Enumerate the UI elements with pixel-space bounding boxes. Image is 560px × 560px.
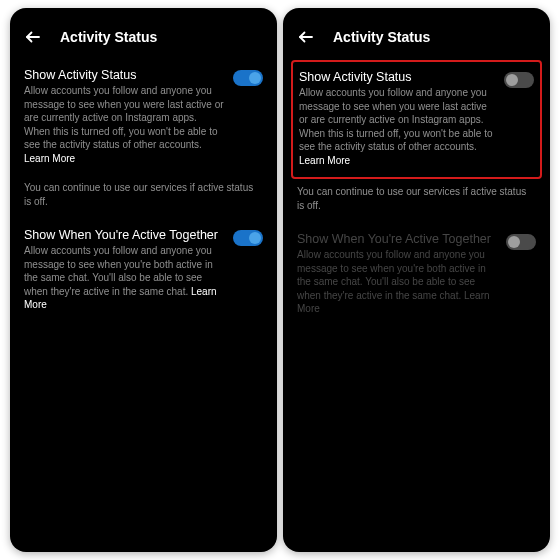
active-together-block: Show When You're Active Together Allow a…: [297, 224, 536, 326]
back-arrow-icon[interactable]: [24, 28, 42, 46]
active-together-row: Show When You're Active Together Allow a…: [297, 232, 536, 316]
show-activity-status-block: Show Activity Status Allow accounts you …: [299, 68, 534, 169]
learn-more-link[interactable]: Learn More: [299, 155, 350, 166]
show-activity-status-row: Show Activity Status Allow accounts you …: [299, 70, 534, 167]
show-activity-status-desc: Allow accounts you follow and anyone you…: [24, 84, 225, 165]
phone-left-inner: Activity Status Show Activity Status All…: [10, 8, 277, 332]
active-together-desc: Allow accounts you follow and anyone you…: [24, 244, 225, 312]
show-activity-status-text: Show Activity Status Allow accounts you …: [299, 70, 496, 167]
active-together-toggle: [506, 234, 536, 250]
info-text: You can continue to use our services if …: [297, 179, 536, 224]
show-activity-status-desc-text: Allow accounts you follow and anyone you…: [299, 87, 493, 152]
show-activity-status-text: Show Activity Status Allow accounts you …: [24, 68, 225, 165]
header: Activity Status: [24, 20, 263, 60]
active-together-toggle[interactable]: [233, 230, 263, 246]
page-title: Activity Status: [333, 29, 430, 45]
active-together-desc-text: Allow accounts you follow and anyone you…: [24, 245, 213, 297]
active-together-text: Show When You're Active Together Allow a…: [297, 232, 498, 316]
highlight-box: Show Activity Status Allow accounts you …: [291, 60, 542, 179]
back-arrow-icon[interactable]: [297, 28, 315, 46]
active-together-desc: Allow accounts you follow and anyone you…: [297, 248, 498, 316]
show-activity-status-desc-text: Allow accounts you follow and anyone you…: [24, 85, 224, 150]
active-together-block: Show When You're Active Together Allow a…: [24, 220, 263, 322]
show-activity-status-row: Show Activity Status Allow accounts you …: [24, 68, 263, 165]
show-activity-status-block: Show Activity Status Allow accounts you …: [24, 60, 263, 175]
info-text: You can continue to use our services if …: [24, 175, 263, 220]
show-activity-status-title: Show Activity Status: [299, 70, 496, 84]
active-together-desc-text: Allow accounts you follow and anyone you…: [297, 249, 486, 301]
phone-right-inner: Activity Status Show Activity Status All…: [283, 8, 550, 336]
header: Activity Status: [297, 20, 536, 60]
phone-left: Activity Status Show Activity Status All…: [10, 8, 277, 552]
show-activity-status-toggle[interactable]: [504, 72, 534, 88]
phone-right: Activity Status Show Activity Status All…: [283, 8, 550, 552]
active-together-text: Show When You're Active Together Allow a…: [24, 228, 225, 312]
show-activity-status-toggle[interactable]: [233, 70, 263, 86]
active-together-row: Show When You're Active Together Allow a…: [24, 228, 263, 312]
learn-more-link[interactable]: Learn More: [24, 153, 75, 164]
show-activity-status-title: Show Activity Status: [24, 68, 225, 82]
active-together-title: Show When You're Active Together: [297, 232, 498, 246]
show-activity-status-desc: Allow accounts you follow and anyone you…: [299, 86, 496, 167]
page-title: Activity Status: [60, 29, 157, 45]
active-together-title: Show When You're Active Together: [24, 228, 225, 242]
